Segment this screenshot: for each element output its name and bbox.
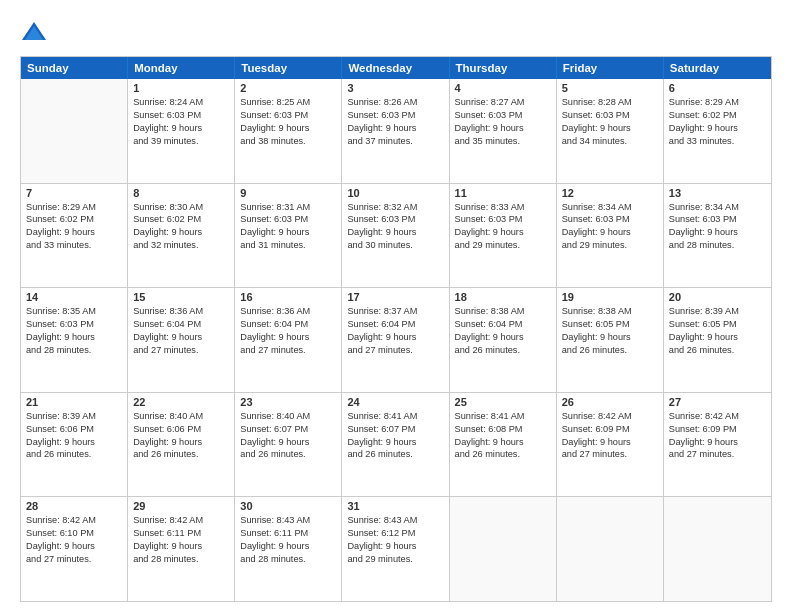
cell-line: and 29 minutes. bbox=[347, 553, 443, 566]
cell-line: Sunrise: 8:42 AM bbox=[26, 514, 122, 527]
cell-line: Daylight: 9 hours bbox=[347, 540, 443, 553]
cell-line: and 26 minutes. bbox=[240, 448, 336, 461]
cell-line: Sunset: 6:06 PM bbox=[133, 423, 229, 436]
cell-line: and 29 minutes. bbox=[562, 239, 658, 252]
cell-line: Sunrise: 8:32 AM bbox=[347, 201, 443, 214]
cell-line: Daylight: 9 hours bbox=[347, 122, 443, 135]
cell-line: Sunset: 6:03 PM bbox=[562, 109, 658, 122]
calendar-cell: 3Sunrise: 8:26 AMSunset: 6:03 PMDaylight… bbox=[342, 79, 449, 183]
day-number: 6 bbox=[669, 82, 766, 94]
cell-line: Sunset: 6:03 PM bbox=[455, 109, 551, 122]
cell-line: and 37 minutes. bbox=[347, 135, 443, 148]
calendar-cell: 12Sunrise: 8:34 AMSunset: 6:03 PMDayligh… bbox=[557, 184, 664, 288]
day-number: 20 bbox=[669, 291, 766, 303]
cell-line: Daylight: 9 hours bbox=[26, 331, 122, 344]
cell-line: Daylight: 9 hours bbox=[347, 226, 443, 239]
cell-line: Sunrise: 8:36 AM bbox=[133, 305, 229, 318]
cell-line: Sunrise: 8:43 AM bbox=[240, 514, 336, 527]
day-number: 17 bbox=[347, 291, 443, 303]
cell-line: Sunrise: 8:35 AM bbox=[26, 305, 122, 318]
cell-line: and 28 minutes. bbox=[669, 239, 766, 252]
calendar-cell: 25Sunrise: 8:41 AMSunset: 6:08 PMDayligh… bbox=[450, 393, 557, 497]
cell-line: Sunset: 6:11 PM bbox=[240, 527, 336, 540]
cell-line: Daylight: 9 hours bbox=[240, 331, 336, 344]
cell-line: Sunrise: 8:33 AM bbox=[455, 201, 551, 214]
day-number: 19 bbox=[562, 291, 658, 303]
cell-line: Daylight: 9 hours bbox=[240, 436, 336, 449]
header bbox=[20, 18, 772, 46]
cell-line: Daylight: 9 hours bbox=[26, 540, 122, 553]
cell-line: Sunset: 6:07 PM bbox=[240, 423, 336, 436]
cell-line: Sunrise: 8:37 AM bbox=[347, 305, 443, 318]
calendar-row: 21Sunrise: 8:39 AMSunset: 6:06 PMDayligh… bbox=[21, 393, 771, 498]
cell-line: Sunset: 6:03 PM bbox=[26, 318, 122, 331]
cell-line: and 28 minutes. bbox=[26, 344, 122, 357]
cell-line: and 27 minutes. bbox=[562, 448, 658, 461]
calendar-row: 7Sunrise: 8:29 AMSunset: 6:02 PMDaylight… bbox=[21, 184, 771, 289]
cell-line: Sunset: 6:05 PM bbox=[669, 318, 766, 331]
day-number: 28 bbox=[26, 500, 122, 512]
cell-line: and 26 minutes. bbox=[455, 448, 551, 461]
cell-line: Sunrise: 8:29 AM bbox=[669, 96, 766, 109]
day-number: 31 bbox=[347, 500, 443, 512]
day-number: 23 bbox=[240, 396, 336, 408]
calendar-cell: 13Sunrise: 8:34 AMSunset: 6:03 PMDayligh… bbox=[664, 184, 771, 288]
calendar-cell: 26Sunrise: 8:42 AMSunset: 6:09 PMDayligh… bbox=[557, 393, 664, 497]
cell-line: Sunrise: 8:40 AM bbox=[240, 410, 336, 423]
cell-line: Daylight: 9 hours bbox=[455, 226, 551, 239]
cell-line: Daylight: 9 hours bbox=[133, 331, 229, 344]
cell-line: Sunrise: 8:43 AM bbox=[347, 514, 443, 527]
calendar-cell: 20Sunrise: 8:39 AMSunset: 6:05 PMDayligh… bbox=[664, 288, 771, 392]
calendar-body: 1Sunrise: 8:24 AMSunset: 6:03 PMDaylight… bbox=[21, 79, 771, 601]
cell-line: and 38 minutes. bbox=[240, 135, 336, 148]
calendar-cell bbox=[450, 497, 557, 601]
cell-line: Sunrise: 8:38 AM bbox=[455, 305, 551, 318]
logo-icon bbox=[20, 18, 48, 46]
cell-line: Sunset: 6:04 PM bbox=[455, 318, 551, 331]
day-number: 14 bbox=[26, 291, 122, 303]
day-number: 5 bbox=[562, 82, 658, 94]
cell-line: Sunrise: 8:38 AM bbox=[562, 305, 658, 318]
calendar-cell: 23Sunrise: 8:40 AMSunset: 6:07 PMDayligh… bbox=[235, 393, 342, 497]
calendar-cell: 30Sunrise: 8:43 AMSunset: 6:11 PMDayligh… bbox=[235, 497, 342, 601]
cell-line: and 28 minutes. bbox=[133, 553, 229, 566]
day-number: 11 bbox=[455, 187, 551, 199]
day-number: 4 bbox=[455, 82, 551, 94]
cell-line: Daylight: 9 hours bbox=[455, 331, 551, 344]
cell-line: Daylight: 9 hours bbox=[133, 226, 229, 239]
day-number: 1 bbox=[133, 82, 229, 94]
cell-line: and 33 minutes. bbox=[669, 135, 766, 148]
calendar-cell bbox=[557, 497, 664, 601]
cell-line: Sunrise: 8:31 AM bbox=[240, 201, 336, 214]
calendar-cell bbox=[664, 497, 771, 601]
cell-line: Sunset: 6:03 PM bbox=[347, 213, 443, 226]
calendar-cell: 7Sunrise: 8:29 AMSunset: 6:02 PMDaylight… bbox=[21, 184, 128, 288]
calendar-cell: 22Sunrise: 8:40 AMSunset: 6:06 PMDayligh… bbox=[128, 393, 235, 497]
cell-line: Sunrise: 8:27 AM bbox=[455, 96, 551, 109]
cell-line: and 27 minutes. bbox=[669, 448, 766, 461]
cell-line: Sunrise: 8:34 AM bbox=[669, 201, 766, 214]
cell-line: Sunrise: 8:24 AM bbox=[133, 96, 229, 109]
cell-line: and 33 minutes. bbox=[26, 239, 122, 252]
calendar-cell: 27Sunrise: 8:42 AMSunset: 6:09 PMDayligh… bbox=[664, 393, 771, 497]
cell-line: Daylight: 9 hours bbox=[133, 122, 229, 135]
logo bbox=[20, 18, 52, 46]
calendar-cell: 21Sunrise: 8:39 AMSunset: 6:06 PMDayligh… bbox=[21, 393, 128, 497]
cell-line: Daylight: 9 hours bbox=[669, 122, 766, 135]
weekday-header: Tuesday bbox=[235, 57, 342, 79]
cell-line: Sunset: 6:02 PM bbox=[133, 213, 229, 226]
cell-line: Sunrise: 8:28 AM bbox=[562, 96, 658, 109]
cell-line: and 39 minutes. bbox=[133, 135, 229, 148]
calendar-cell: 28Sunrise: 8:42 AMSunset: 6:10 PMDayligh… bbox=[21, 497, 128, 601]
calendar-header: SundayMondayTuesdayWednesdayThursdayFrid… bbox=[21, 57, 771, 79]
cell-line: Sunrise: 8:30 AM bbox=[133, 201, 229, 214]
cell-line: Daylight: 9 hours bbox=[240, 226, 336, 239]
day-number: 13 bbox=[669, 187, 766, 199]
cell-line: and 27 minutes. bbox=[133, 344, 229, 357]
calendar-cell: 9Sunrise: 8:31 AMSunset: 6:03 PMDaylight… bbox=[235, 184, 342, 288]
cell-line: Daylight: 9 hours bbox=[562, 122, 658, 135]
day-number: 7 bbox=[26, 187, 122, 199]
day-number: 27 bbox=[669, 396, 766, 408]
calendar-cell: 1Sunrise: 8:24 AMSunset: 6:03 PMDaylight… bbox=[128, 79, 235, 183]
cell-line: Sunset: 6:03 PM bbox=[133, 109, 229, 122]
